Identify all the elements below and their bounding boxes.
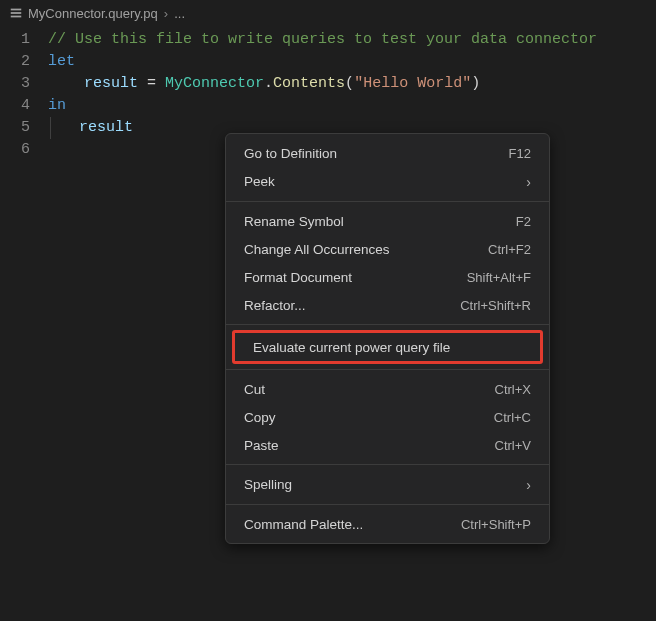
menu-label: Paste (244, 438, 279, 453)
ident-token: result (79, 119, 133, 136)
breadcrumb-ellipsis[interactable]: ... (174, 6, 185, 21)
menu-paste[interactable]: Paste Ctrl+V (226, 431, 549, 459)
svg-rect-1 (11, 12, 22, 14)
menu-label: Spelling (244, 477, 292, 492)
punct-token: ( (345, 75, 354, 92)
menu-label: Copy (244, 410, 276, 425)
type-token: MyConnector (165, 75, 264, 92)
menu-separator (226, 369, 549, 370)
menu-peek[interactable]: Peek › (226, 167, 549, 196)
menu-label: Format Document (244, 270, 352, 285)
line-number: 2 (0, 51, 30, 73)
line-number: 6 (0, 139, 30, 161)
menu-label: Command Palette... (244, 517, 363, 532)
code-line[interactable]: let (48, 51, 656, 73)
keyword-token: let (48, 53, 75, 70)
menu-label: Evaluate current power query file (253, 340, 450, 355)
chevron-right-icon: › (526, 477, 531, 493)
line-gutter: 1 2 3 4 5 6 (0, 29, 48, 161)
svg-rect-0 (11, 9, 22, 11)
menu-shortcut: Ctrl+F2 (488, 242, 531, 257)
context-menu: Go to Definition F12 Peek › Rename Symbo… (225, 133, 550, 544)
menu-change-all[interactable]: Change All Occurrences Ctrl+F2 (226, 235, 549, 263)
menu-label: Cut (244, 382, 265, 397)
ident-token: result (84, 75, 138, 92)
menu-command-palette[interactable]: Command Palette... Ctrl+Shift+P (226, 510, 549, 538)
menu-evaluate-pq[interactable]: Evaluate current power query file (235, 333, 540, 361)
menu-shortcut: Shift+Alt+F (467, 270, 531, 285)
menu-shortcut: Ctrl+V (495, 438, 531, 453)
chevron-right-icon: › (526, 174, 531, 190)
file-icon (8, 5, 24, 21)
menu-shortcut: Ctrl+Shift+P (461, 517, 531, 532)
svg-rect-2 (11, 16, 22, 18)
menu-shortcut: Ctrl+X (495, 382, 531, 397)
menu-goto-definition[interactable]: Go to Definition F12 (226, 139, 549, 167)
string-token: "Hello World" (354, 75, 471, 92)
menu-cut[interactable]: Cut Ctrl+X (226, 375, 549, 403)
code-line[interactable]: // Use this file to write queries to tes… (48, 29, 656, 51)
menu-shortcut: F2 (516, 214, 531, 229)
menu-separator (226, 504, 549, 505)
menu-shortcut: Ctrl+Shift+R (460, 298, 531, 313)
menu-label: Refactor... (244, 298, 306, 313)
menu-format-document[interactable]: Format Document Shift+Alt+F (226, 263, 549, 291)
menu-label: Go to Definition (244, 146, 337, 161)
line-number: 1 (0, 29, 30, 51)
chevron-right-icon: › (164, 6, 168, 21)
breadcrumb-filename[interactable]: MyConnector.query.pq (28, 6, 158, 21)
punct-token: ) (471, 75, 480, 92)
indent-guide (50, 117, 79, 139)
code-line[interactable]: in (48, 95, 656, 117)
menu-spelling[interactable]: Spelling › (226, 470, 549, 499)
menu-copy[interactable]: Copy Ctrl+C (226, 403, 549, 431)
highlight-box: Evaluate current power query file (232, 330, 543, 364)
comment-token: // Use this file to write queries to tes… (48, 31, 597, 48)
menu-label: Peek (244, 174, 275, 189)
menu-rename-symbol[interactable]: Rename Symbol F2 (226, 207, 549, 235)
menu-shortcut: F12 (509, 146, 531, 161)
line-number: 3 (0, 73, 30, 95)
menu-refactor[interactable]: Refactor... Ctrl+Shift+R (226, 291, 549, 319)
menu-shortcut: Ctrl+C (494, 410, 531, 425)
menu-label: Change All Occurrences (244, 242, 390, 257)
punct-token: = (138, 75, 165, 92)
code-line[interactable]: result = MyConnector.Contents("Hello Wor… (48, 73, 656, 95)
menu-separator (226, 464, 549, 465)
menu-label: Rename Symbol (244, 214, 344, 229)
menu-separator (226, 201, 549, 202)
keyword-token: in (48, 97, 66, 114)
line-number: 4 (0, 95, 30, 117)
line-number: 5 (0, 117, 30, 139)
menu-separator (226, 324, 549, 325)
breadcrumb[interactable]: MyConnector.query.pq › ... (0, 0, 656, 26)
punct-token: . (264, 75, 273, 92)
func-token: Contents (273, 75, 345, 92)
